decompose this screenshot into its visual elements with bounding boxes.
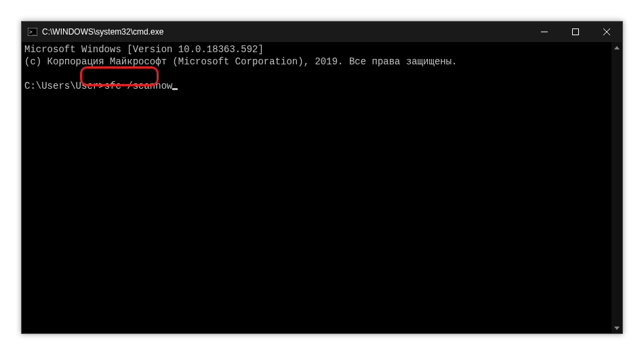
output-line: Microsoft Windows [Version 10.0.18363.59… <box>24 44 264 55</box>
cmd-window: >_ C:\WINDOWS\system32\cmd.exe Microsoft… <box>21 21 623 334</box>
close-button[interactable] <box>591 22 622 42</box>
svg-marker-6 <box>614 46 620 49</box>
scroll-up-arrow[interactable] <box>611 42 622 53</box>
command-input[interactable]: sfc /scannow <box>104 81 173 91</box>
console-output[interactable]: Microsoft Windows [Version 10.0.18363.59… <box>22 42 611 333</box>
svg-text:>_: >_ <box>29 29 36 35</box>
vertical-scrollbar[interactable] <box>611 42 622 333</box>
cmd-icon: >_ <box>27 26 38 37</box>
titlebar[interactable]: >_ C:\WINDOWS\system32\cmd.exe <box>22 22 622 42</box>
window-title: C:\WINDOWS\system32\cmd.exe <box>42 27 163 37</box>
scroll-down-arrow[interactable] <box>611 322 622 333</box>
window-controls <box>529 22 622 42</box>
minimize-button[interactable] <box>529 22 560 42</box>
svg-rect-3 <box>573 29 579 35</box>
output-line: (c) Корпорация Майкрософт (Microsoft Cor… <box>24 56 458 67</box>
text-cursor <box>172 88 178 90</box>
svg-marker-7 <box>614 327 620 330</box>
console-area: Microsoft Windows [Version 10.0.18363.59… <box>22 42 622 333</box>
maximize-button[interactable] <box>560 22 591 42</box>
prompt-text: C:\Users\User> <box>24 81 104 91</box>
